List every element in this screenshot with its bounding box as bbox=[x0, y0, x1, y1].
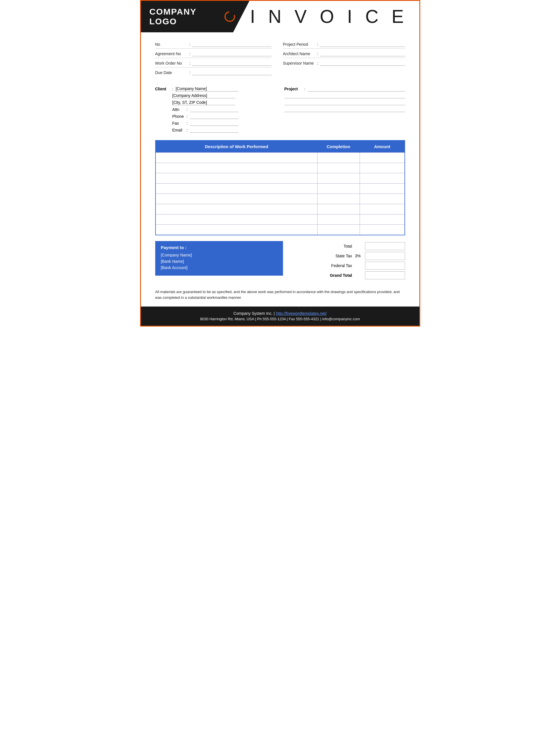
info-value-period bbox=[320, 42, 405, 47]
project-block: Project : bbox=[284, 86, 405, 134]
grand-total-label: Grand Total bbox=[324, 273, 352, 278]
total-row-federal-tax: Federal Tax bbox=[289, 262, 405, 270]
info-row-duedate: Due Date : bbox=[155, 69, 272, 77]
info-row-agreement: Agreement No : bbox=[155, 50, 272, 58]
disclaimer-text: All materials are guaranteed to be as sp… bbox=[155, 290, 400, 300]
table-header-description: Description of Work Performed bbox=[156, 140, 318, 153]
table-body bbox=[156, 153, 405, 235]
footer-company: Company System Inc. bbox=[234, 311, 273, 316]
project-row-main: Project : bbox=[284, 86, 405, 91]
client-email-label: Email bbox=[172, 128, 187, 132]
info-grid: No : Agreement No : Work Order No : Due … bbox=[155, 40, 405, 78]
project-sub-row-1 bbox=[284, 93, 405, 98]
logo-icon bbox=[224, 11, 235, 22]
total-row-total: Total bbox=[289, 242, 405, 250]
client-fax-label: Fax bbox=[172, 121, 187, 126]
state-tax-percent: 3% bbox=[355, 254, 362, 258]
info-row-supervisor: Supervisor Name : bbox=[283, 59, 405, 67]
state-tax-value[interactable] bbox=[365, 252, 405, 260]
total-label: Total bbox=[324, 244, 352, 248]
project-label: Project bbox=[284, 87, 304, 91]
footer-website[interactable]: http://freewordtemplates.net/ bbox=[276, 311, 326, 316]
table-section: Description of Work Performed Completion… bbox=[141, 140, 419, 235]
payment-bank-name: [Bank Name] bbox=[161, 259, 277, 264]
client-phone-label: Phone bbox=[172, 114, 187, 119]
client-row-city: [City, ST, ZIP Code] bbox=[155, 100, 276, 105]
table-row bbox=[156, 163, 405, 173]
state-tax-label: State Tax bbox=[324, 254, 352, 258]
footer: Company System Inc. | http://freewordtem… bbox=[141, 307, 419, 326]
work-table: Description of Work Performed Completion… bbox=[155, 140, 405, 235]
project-sub-row-2 bbox=[284, 100, 405, 105]
info-label-workorder: Work Order No bbox=[155, 61, 190, 65]
payment-company-name: [Company Name] bbox=[161, 253, 277, 257]
table-row bbox=[156, 204, 405, 214]
project-line-1 bbox=[284, 93, 405, 98]
client-row-fax: Fax : bbox=[155, 121, 276, 126]
info-value-duedate bbox=[192, 70, 271, 75]
svg-point-0 bbox=[225, 12, 234, 21]
footer-line2: 8030 Harrington Rd, Miami, USA | Ph 555-… bbox=[147, 317, 414, 321]
table-row bbox=[156, 153, 405, 163]
info-left: No : Agreement No : Work Order No : Due … bbox=[155, 40, 280, 78]
info-label-supervisor: Supervisor Name bbox=[283, 61, 317, 65]
footer-separator: | bbox=[274, 311, 276, 316]
table-row bbox=[156, 173, 405, 184]
total-row-state-tax: State Tax 3% bbox=[289, 252, 405, 260]
info-row-no: No : bbox=[155, 40, 272, 49]
client-company-address: [Company Address] bbox=[172, 93, 235, 98]
table-header-row: Description of Work Performed Completion… bbox=[156, 140, 405, 153]
info-row-period: Project Period : bbox=[283, 40, 405, 49]
info-value-architect bbox=[320, 51, 405, 56]
project-sub-row-3 bbox=[284, 107, 405, 112]
client-phone-value bbox=[190, 114, 238, 119]
table-header-completion: Completion bbox=[317, 140, 360, 153]
client-attn-label: Attn bbox=[172, 107, 187, 112]
info-label-no: No bbox=[155, 42, 190, 47]
payment-title: Payment to : bbox=[161, 245, 277, 250]
client-row-address: [Company Address] bbox=[155, 93, 276, 98]
invoice-title-block: I N V O I C E bbox=[250, 1, 419, 32]
info-label-architect: Architect Name bbox=[283, 51, 317, 56]
total-value[interactable] bbox=[365, 242, 405, 250]
client-attn-value bbox=[190, 107, 238, 112]
info-section: No : Agreement No : Work Order No : Due … bbox=[141, 32, 419, 81]
logo-text: COMPANY LOGO bbox=[150, 7, 223, 26]
info-right: Project Period : Architect Name : Superv… bbox=[280, 40, 405, 78]
invoice-title: I N V O I C E bbox=[250, 6, 408, 27]
project-line-2 bbox=[284, 100, 405, 105]
payment-block: Payment to : [Company Name] [Bank Name] … bbox=[155, 241, 283, 276]
table-row bbox=[156, 194, 405, 204]
client-fax-value bbox=[190, 121, 238, 126]
client-email-value bbox=[190, 128, 238, 133]
info-label-agreement: Agreement No bbox=[155, 51, 190, 56]
client-row-attn: Attn : bbox=[155, 107, 276, 112]
client-row-email: Email : bbox=[155, 128, 276, 133]
info-label-duedate: Due Date bbox=[155, 70, 190, 75]
client-row-main: Client : [Company Name] bbox=[155, 86, 276, 91]
info-row-workorder: Work Order No : bbox=[155, 59, 272, 67]
federal-tax-value[interactable] bbox=[365, 262, 405, 270]
grand-total-value[interactable] bbox=[365, 271, 405, 279]
info-label-period: Project Period bbox=[283, 42, 317, 47]
footer-address: 8030 Harrington Rd, Miami, USA | Ph 555-… bbox=[200, 317, 360, 321]
table-row bbox=[156, 225, 405, 235]
table-row bbox=[156, 214, 405, 225]
client-row-phone: Phone : bbox=[155, 114, 276, 119]
project-value bbox=[308, 86, 405, 91]
disclaimer: All materials are guaranteed to be as sp… bbox=[141, 285, 419, 307]
federal-tax-label: Federal Tax bbox=[324, 263, 352, 268]
project-line-3 bbox=[284, 107, 405, 112]
info-value-workorder bbox=[192, 61, 271, 66]
client-company-name: [Company Name] bbox=[176, 86, 238, 91]
payment-bank-account: [Bank Account] bbox=[161, 265, 277, 270]
info-row-architect: Architect Name : bbox=[283, 50, 405, 58]
footer-line1: Company System Inc. | http://freewordtem… bbox=[147, 311, 414, 316]
logo-block: COMPANY LOGO bbox=[141, 1, 250, 32]
info-value-supervisor bbox=[320, 61, 405, 66]
total-row-grand-total: Grand Total bbox=[289, 271, 405, 279]
info-value-agreement bbox=[192, 51, 271, 56]
client-city-zip: [City, ST, ZIP Code] bbox=[172, 100, 235, 105]
totals-block: Total State Tax 3% Federal Tax Grand Tot… bbox=[289, 241, 405, 279]
info-value-no bbox=[192, 42, 271, 47]
